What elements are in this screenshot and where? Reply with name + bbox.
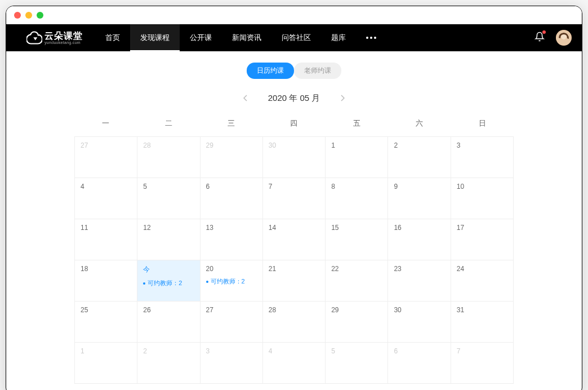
- titlebar: [6, 6, 582, 24]
- weekday-label: 四: [262, 114, 325, 133]
- weekday-label: 一: [74, 114, 137, 133]
- day-event[interactable]: 可约教师：2: [206, 277, 257, 286]
- calendar-day[interactable]: 7: [263, 178, 326, 219]
- minimize-window-button[interactable]: [25, 12, 32, 19]
- day-number: 24: [457, 265, 507, 273]
- calendar-day[interactable]: 30: [263, 137, 326, 178]
- tab-calendar-booking[interactable]: 日历约课: [247, 63, 294, 79]
- calendar-day[interactable]: 1: [75, 343, 137, 384]
- next-month-button[interactable]: [337, 92, 348, 104]
- calendar-grid: 27282930123456789101112131415161718今可约教师…: [74, 136, 514, 384]
- nav-item-0[interactable]: 首页: [95, 24, 130, 51]
- day-number: 1: [331, 141, 382, 149]
- day-number: 18: [81, 265, 131, 273]
- booking-tabs: 日历约课 老师约课: [6, 63, 582, 79]
- calendar-day[interactable]: 23: [388, 260, 451, 302]
- calendar-day[interactable]: 13: [201, 219, 263, 260]
- day-number: 23: [394, 265, 444, 273]
- day-number: 1: [81, 347, 131, 355]
- day-number: 14: [269, 224, 319, 232]
- calendar-day[interactable]: 7: [451, 343, 514, 384]
- day-number: 6: [394, 347, 444, 355]
- calendar-day[interactable]: 28: [137, 137, 200, 178]
- calendar-day[interactable]: 1: [326, 137, 388, 178]
- calendar-day[interactable]: 5: [137, 178, 200, 219]
- weekday-label: 五: [326, 114, 388, 133]
- calendar-day[interactable]: 2: [388, 137, 451, 178]
- day-number: 17: [457, 224, 507, 232]
- calendar-day[interactable]: 24: [451, 260, 514, 302]
- nav-item-2[interactable]: 公开课: [180, 24, 222, 51]
- logo[interactable]: 云朵课堂 yunduoketang.com: [26, 31, 83, 45]
- calendar-day[interactable]: 14: [263, 219, 326, 260]
- nav-item-4[interactable]: 问答社区: [271, 24, 321, 51]
- calendar-day[interactable]: 18: [75, 260, 137, 302]
- calendar-day[interactable]: 28: [263, 302, 326, 343]
- dot-icon: [374, 37, 376, 39]
- calendar-day[interactable]: 30: [388, 302, 451, 343]
- nav-item-1[interactable]: 发现课程: [130, 24, 180, 51]
- calendar-day[interactable]: 6: [388, 343, 451, 384]
- day-number: 27: [206, 306, 257, 314]
- calendar-day[interactable]: 26: [137, 302, 200, 343]
- calendar-day[interactable]: 今可约教师：2: [137, 260, 200, 302]
- calendar-day[interactable]: 31: [451, 302, 514, 343]
- calendar-day[interactable]: 9: [388, 178, 451, 219]
- calendar-day[interactable]: 27: [201, 302, 263, 343]
- calendar-day[interactable]: 11: [75, 219, 137, 260]
- day-event[interactable]: 可约教师：2: [143, 279, 194, 287]
- calendar-day[interactable]: 25: [75, 302, 137, 343]
- calendar-day[interactable]: 3: [201, 343, 263, 384]
- calendar-day[interactable]: 20可约教师：2: [201, 260, 263, 302]
- calendar-day[interactable]: 8: [326, 178, 388, 219]
- day-number: 10: [457, 183, 507, 190]
- calendar-day[interactable]: 29: [201, 137, 263, 178]
- day-number: 8: [331, 183, 382, 190]
- day-number: 7: [457, 347, 507, 355]
- calendar-day[interactable]: 10: [451, 178, 514, 219]
- event-dot-icon: [206, 281, 208, 283]
- prev-month-button[interactable]: [240, 92, 251, 104]
- day-number: 28: [143, 141, 194, 149]
- day-number: 5: [331, 347, 382, 355]
- tab-teacher-booking[interactable]: 老师约课: [294, 63, 341, 79]
- day-number: 30: [269, 141, 319, 149]
- calendar-day[interactable]: 21: [263, 260, 326, 302]
- close-window-button[interactable]: [14, 12, 21, 19]
- weekday-label: 六: [388, 114, 451, 133]
- day-number: 13: [206, 224, 257, 232]
- notification-badge: [542, 30, 546, 34]
- calendar-day[interactable]: 2: [137, 343, 200, 384]
- event-label: 可约教师：2: [211, 277, 245, 286]
- calendar-day[interactable]: 16: [388, 219, 451, 260]
- content: 日历约课 老师约课 2020 年 05 月 一二三四五六日 2728293012…: [6, 51, 582, 390]
- calendar-day[interactable]: 12: [137, 219, 200, 260]
- nav-more-button[interactable]: [356, 37, 386, 39]
- logo-text: 云朵课堂 yunduoketang.com: [44, 32, 83, 45]
- calendar-day[interactable]: 15: [326, 219, 388, 260]
- nav-item-5[interactable]: 题库: [321, 24, 356, 51]
- day-number: 26: [143, 306, 194, 314]
- nav-item-3[interactable]: 新闻资讯: [222, 24, 271, 51]
- calendar-day[interactable]: 29: [326, 302, 388, 343]
- user-avatar[interactable]: [556, 30, 572, 46]
- calendar-day[interactable]: 17: [451, 219, 514, 260]
- avatar-icon: [556, 30, 572, 46]
- calendar-day[interactable]: 6: [201, 178, 263, 219]
- maximize-window-button[interactable]: [37, 12, 43, 19]
- calendar-day[interactable]: 3: [451, 137, 514, 178]
- day-number: 9: [394, 183, 444, 190]
- day-number: 29: [331, 306, 382, 314]
- calendar-day[interactable]: 4: [263, 343, 326, 384]
- calendar-day[interactable]: 22: [326, 260, 388, 302]
- calendar-day[interactable]: 27: [75, 137, 137, 178]
- day-number: 16: [394, 224, 444, 232]
- day-number: 4: [269, 347, 319, 355]
- day-number: 6: [206, 183, 257, 190]
- weekday-label: 三: [200, 114, 262, 133]
- notifications-button[interactable]: [534, 32, 545, 44]
- calendar-day[interactable]: 4: [75, 178, 137, 219]
- day-number: 21: [269, 265, 319, 273]
- calendar-day[interactable]: 5: [326, 343, 388, 384]
- day-number: 28: [269, 306, 319, 314]
